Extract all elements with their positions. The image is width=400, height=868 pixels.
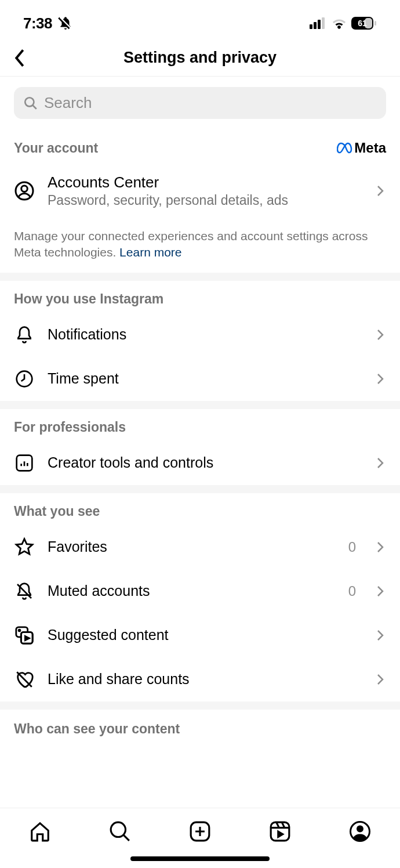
muted-accounts-label: Muted accounts xyxy=(48,583,336,599)
section-head-account: Your account Meta xyxy=(0,129,400,162)
clock-icon xyxy=(14,368,35,389)
favorites-label: Favorites xyxy=(48,538,336,555)
reels-tab[interactable] xyxy=(267,819,293,844)
muted-accounts-item[interactable]: Muted accounts 0 xyxy=(0,569,400,613)
chevron-right-icon xyxy=(374,457,386,469)
heart-slash-icon xyxy=(14,669,35,690)
section-title-usage: How you use Instagram xyxy=(14,291,163,307)
time-spent-item[interactable]: Time spent xyxy=(0,357,400,401)
meta-text: Meta xyxy=(354,140,386,156)
muted-accounts-count: 0 xyxy=(348,583,356,599)
status-left: 7:38 xyxy=(23,15,73,32)
learn-more-link[interactable]: Learn more xyxy=(119,245,181,259)
section-title-pro: For professionals xyxy=(14,419,126,435)
section-title-see: What you see xyxy=(14,504,100,519)
suggested-content-label: Suggested content xyxy=(48,627,362,643)
bell-slash-icon xyxy=(14,581,35,602)
wifi-icon xyxy=(332,17,347,29)
star-icon xyxy=(14,537,35,558)
status-bar: 7:38 xyxy=(0,0,400,42)
section-title-account: Your account xyxy=(14,140,98,156)
profile-tab[interactable] xyxy=(347,819,373,844)
home-tab[interactable] xyxy=(27,819,53,844)
svg-point-11 xyxy=(21,186,28,192)
create-tab[interactable] xyxy=(187,819,213,844)
search-field[interactable] xyxy=(14,87,386,119)
status-time: 7:38 xyxy=(23,15,52,32)
section-head-pro: For professionals xyxy=(0,409,400,441)
header: Settings and privacy xyxy=(0,42,400,77)
truncated-section-title: Who can see your content xyxy=(0,710,400,737)
suggested-content-item[interactable]: Suggested content xyxy=(0,613,400,657)
home-indicator xyxy=(130,856,270,861)
status-right: 61 xyxy=(310,17,377,30)
like-share-label: Like and share counts xyxy=(48,671,362,688)
accounts-center-sub: Password, security, personal details, ad… xyxy=(48,193,362,208)
chevron-right-icon xyxy=(374,185,386,197)
section-head-usage: How you use Instagram xyxy=(0,281,400,313)
svg-rect-3 xyxy=(314,22,317,29)
chevron-right-icon xyxy=(374,585,386,597)
meta-logo: Meta xyxy=(337,140,386,156)
time-spent-label: Time spent xyxy=(48,370,362,387)
bottom-nav xyxy=(0,808,400,868)
bell-icon xyxy=(14,324,35,345)
svg-point-18 xyxy=(111,822,125,837)
search-tab[interactable] xyxy=(107,819,133,844)
search-input[interactable] xyxy=(44,94,377,112)
section-head-see: What you see xyxy=(0,493,400,525)
svg-point-15 xyxy=(19,630,20,631)
chevron-right-icon xyxy=(374,541,386,553)
divider xyxy=(0,701,400,710)
chevron-right-icon xyxy=(374,674,386,685)
chevron-right-icon xyxy=(374,630,386,641)
divider xyxy=(0,273,400,281)
notifications-label: Notifications xyxy=(48,326,362,343)
battery-icon: 61 xyxy=(351,17,377,30)
media-icon xyxy=(14,625,35,646)
favorites-item[interactable]: Favorites 0 xyxy=(0,525,400,569)
svg-rect-4 xyxy=(318,20,321,29)
notifications-item[interactable]: Notifications xyxy=(0,313,400,357)
svg-point-22 xyxy=(357,826,363,833)
accounts-center-title: Accounts Center xyxy=(48,173,362,191)
mute-icon xyxy=(58,16,73,31)
chevron-right-icon xyxy=(374,329,386,341)
divider xyxy=(0,401,400,409)
user-circle-icon xyxy=(14,180,35,201)
svg-point-9 xyxy=(25,97,34,106)
cellular-icon xyxy=(310,17,327,29)
page-title: Settings and privacy xyxy=(12,49,388,67)
creator-tools-label: Creator tools and controls xyxy=(48,454,362,471)
favorites-count: 0 xyxy=(348,539,356,555)
accounts-center-item[interactable]: Accounts Center Password, security, pers… xyxy=(0,162,400,216)
bar-chart-icon xyxy=(14,453,35,473)
search-icon xyxy=(23,96,38,111)
like-share-item[interactable]: Like and share counts xyxy=(0,657,400,701)
chevron-right-icon xyxy=(374,373,386,385)
meta-icon xyxy=(337,142,353,154)
svg-rect-5 xyxy=(322,17,325,29)
svg-rect-8 xyxy=(374,21,376,26)
svg-rect-2 xyxy=(310,24,312,29)
accounts-center-note: Manage your connected experiences and ac… xyxy=(0,216,400,273)
svg-rect-20 xyxy=(271,822,289,841)
back-button[interactable] xyxy=(12,49,28,67)
divider xyxy=(0,485,400,493)
creator-tools-item[interactable]: Creator tools and controls xyxy=(0,441,400,485)
